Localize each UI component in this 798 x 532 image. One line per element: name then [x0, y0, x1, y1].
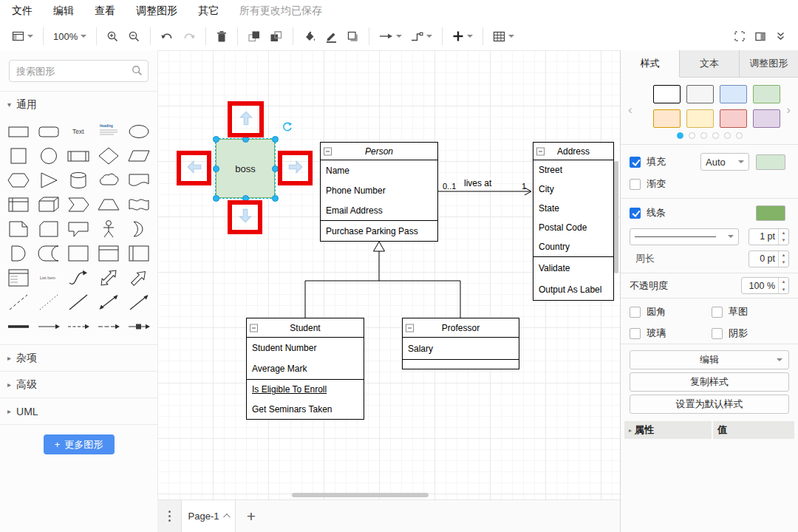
pagination-dot[interactable]	[712, 132, 719, 139]
delete-button[interactable]	[216, 30, 228, 43]
presets-prev-button[interactable]: ‹	[628, 103, 632, 117]
shape-square[interactable]	[4, 143, 34, 168]
set-default-style-button[interactable]: 设置为默认样式	[630, 395, 789, 414]
style-swatch-red[interactable]	[720, 109, 747, 128]
class-field[interactable]: Postal Code	[533, 218, 613, 237]
style-swatch-white[interactable]	[653, 85, 681, 103]
class-method[interactable]: Get Seminars Taken	[247, 400, 364, 420]
copy-style-button[interactable]: 复制样式	[630, 372, 789, 392]
style-swatch-gray[interactable]	[686, 85, 714, 103]
shape-hexagon[interactable]	[4, 168, 34, 192]
shape-or[interactable]	[123, 216, 154, 241]
line-width-spinner[interactable]: 1 pt ▲▼	[748, 228, 789, 245]
selection-handle[interactable]	[272, 195, 279, 202]
collapse-icon[interactable]	[536, 147, 545, 155]
shape-tape[interactable]	[123, 192, 154, 216]
shape-rectangle[interactable]	[4, 119, 34, 143]
view-button[interactable]	[12, 30, 33, 42]
shape-diamond[interactable]	[94, 143, 124, 168]
line-style-select[interactable]	[630, 228, 739, 245]
class-field[interactable]: Country	[533, 237, 613, 256]
more-shapes-button[interactable]: + 更多图形	[44, 434, 115, 454]
shape-dotted-line[interactable]	[34, 290, 64, 314]
shape-bidirectional-arrow[interactable]	[94, 265, 124, 290]
direction-arrow-left[interactable]	[185, 157, 204, 180]
style-swatch-green[interactable]	[753, 85, 780, 103]
style-swatch-yellow[interactable]	[686, 109, 714, 128]
shape-step[interactable]	[64, 192, 94, 216]
shape-dashed-arrow-edge[interactable]	[64, 314, 94, 338]
section-misc[interactable]: ▸ 杂项	[0, 344, 157, 371]
shape-and[interactable]	[4, 241, 34, 265]
redo-button[interactable]	[183, 31, 196, 42]
shape-line[interactable]	[64, 290, 94, 314]
shape-cube[interactable]	[34, 192, 64, 216]
pagination-dot[interactable]	[689, 132, 695, 139]
direction-arrow-down[interactable]	[236, 206, 255, 228]
opacity-spinner[interactable]: 100 % ▲▼	[741, 277, 789, 294]
fullscreen-button[interactable]	[734, 30, 746, 42]
shape-note[interactable]	[4, 216, 34, 241]
shape-curve[interactable]	[64, 265, 94, 290]
shape-document[interactable]	[123, 168, 154, 192]
class-field[interactable]: Email Address	[321, 200, 437, 220]
class-field[interactable]: Street	[533, 160, 613, 180]
shape-textbox[interactable]: Heading	[94, 119, 124, 143]
gradient-checkbox[interactable]	[630, 179, 641, 190]
class-field[interactable]: State	[533, 199, 613, 218]
collapse-icon[interactable]	[324, 147, 332, 155]
style-swatch-blue[interactable]	[720, 85, 747, 103]
uml-class-professor[interactable]: Professor Salary	[402, 318, 519, 369]
menu-view[interactable]: 查看	[95, 4, 115, 18]
canvas-horizontal-scrollbar[interactable]	[292, 493, 429, 497]
stepper-arrows[interactable]: ▲▼	[778, 278, 788, 293]
rounded-checkbox[interactable]	[630, 307, 641, 318]
waypoint-style-dropdown[interactable]	[411, 31, 432, 41]
tab-text[interactable]: 文本	[680, 50, 739, 77]
tab-style[interactable]: 样式	[621, 50, 680, 78]
class-method[interactable]: Is Eligible To Enroll	[247, 380, 364, 400]
menu-arrange[interactable]: 调整图形	[136, 4, 177, 18]
shape-process[interactable]	[64, 143, 94, 168]
undo-button[interactable]	[160, 31, 174, 42]
shape-horizontal-container[interactable]	[123, 241, 154, 265]
line-checkbox[interactable]	[630, 208, 641, 219]
edit-style-button[interactable]: 编辑	[630, 350, 789, 369]
to-front-button[interactable]	[248, 30, 261, 43]
shape-triangle[interactable]	[34, 168, 64, 192]
sketch-checkbox[interactable]	[712, 307, 723, 318]
shape-text[interactable]: Text	[64, 119, 94, 143]
direction-arrow-right[interactable]	[286, 157, 305, 180]
uml-class-address[interactable]: Address Street City State Postal Code Co…	[533, 142, 614, 301]
class-field[interactable]: Phone Number	[321, 180, 437, 200]
edge-target-cardinality[interactable]: 1	[522, 182, 526, 191]
shape-labeled-arrow-edge[interactable]	[123, 314, 154, 338]
zoom-in-button[interactable]	[106, 30, 119, 43]
collapse-expand-button[interactable]	[775, 31, 786, 41]
insert-button[interactable]	[452, 30, 473, 42]
connection-style-dropdown[interactable]	[379, 32, 402, 41]
style-swatch-orange[interactable]	[653, 109, 681, 128]
class-field[interactable]: Average Mark	[247, 358, 364, 379]
shadow-button[interactable]	[347, 30, 359, 43]
shape-list[interactable]	[4, 265, 34, 290]
add-page-button[interactable]: +	[236, 500, 267, 532]
class-method[interactable]: Purchase Parking Pass	[321, 221, 437, 241]
section-advanced[interactable]: ▸ 高级	[0, 371, 157, 398]
class-field[interactable]: City	[533, 180, 613, 199]
shape-dashed-line[interactable]	[4, 290, 34, 314]
line-color-button[interactable]	[325, 30, 338, 43]
shape-cylinder[interactable]	[64, 168, 94, 192]
shape-arrow[interactable]	[123, 265, 154, 290]
shape-cloud[interactable]	[94, 168, 124, 192]
pagination-dot[interactable]	[677, 132, 683, 139]
fill-checkbox[interactable]	[630, 157, 641, 168]
page-tab[interactable]: Page-1	[181, 500, 236, 532]
class-method[interactable]: Validate	[533, 257, 613, 279]
canvas-vertical-scrollbar[interactable]	[614, 161, 618, 273]
pages-menu-button[interactable]	[157, 500, 181, 532]
shadow-checkbox[interactable]	[712, 328, 723, 339]
menu-extras[interactable]: 其它	[198, 4, 219, 18]
to-back-button[interactable]	[270, 30, 283, 43]
shape-ellipse[interactable]	[123, 119, 154, 143]
